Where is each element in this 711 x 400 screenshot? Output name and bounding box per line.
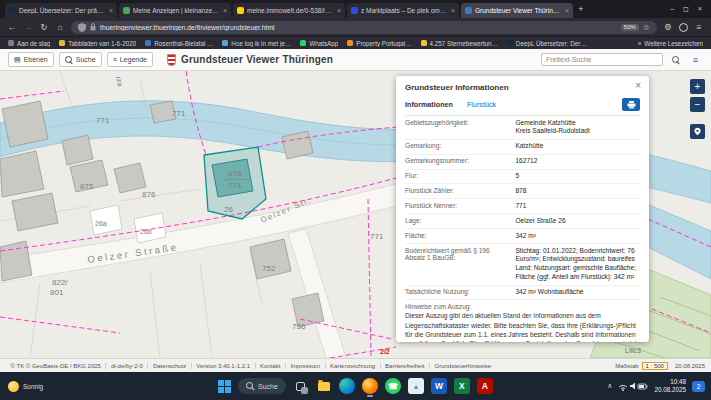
sun-icon (8, 381, 19, 392)
tab-immowelt[interactable]: meine.immowelt.de/0-538/imm… × (233, 3, 345, 18)
notification-badge[interactable]: 2 (692, 381, 705, 392)
tab-flurstueck[interactable]: Flurstück (467, 100, 496, 109)
system-tray: ∧ 10:48 20.08.2025 2 (607, 378, 705, 395)
shield-icon[interactable] (78, 23, 86, 32)
search-icon (246, 382, 254, 390)
bookmark-item[interactable]: 4.257 Sternebewertun… (421, 40, 498, 47)
bookmark-item[interactable]: Tabbladen van 1-6-2020 (59, 40, 136, 47)
network-volume-battery-icons[interactable] (618, 381, 648, 391)
panel-close-icon[interactable]: × (635, 80, 641, 91)
info-row: Lage:Oelzer Straße 26 (405, 214, 640, 229)
tab-close-icon[interactable]: × (223, 7, 227, 14)
kleinanzeigen-favicon (123, 7, 130, 14)
tab-close-icon[interactable]: × (565, 7, 569, 14)
extensions-icon[interactable]: ⚙ (663, 22, 673, 32)
taskbar-center: Suche ☎ ▲ W X A (218, 378, 493, 394)
task-view-icon[interactable] (293, 378, 309, 394)
map-corner-label: Lilic3 (625, 347, 641, 354)
kontakt-link[interactable]: Kontakt (256, 363, 286, 369)
impressum-link[interactable]: Impressum (286, 363, 326, 369)
barrierefreiheit-link[interactable]: Barrierefreiheit (381, 363, 430, 369)
zoom-out-button[interactable]: − (690, 97, 705, 112)
bookmark-favicon (421, 40, 427, 46)
bookmark-item[interactable]: Property Portugal… (347, 40, 411, 47)
profile-avatar[interactable] (679, 23, 688, 32)
bookmark-item[interactable]: Hoe log ik in met je… (222, 40, 291, 47)
hidden-icons-chevron[interactable]: ∧ (607, 382, 612, 390)
search-button[interactable]: Suche (59, 52, 102, 67)
map-label: 756 (292, 322, 306, 331)
tab-kleinanzeigen[interactable]: Meine Anzeigen | kleinanzeige… × (119, 3, 231, 18)
tab-close-icon[interactable]: × (109, 7, 113, 14)
grundsteuerhinweise-link[interactable]: Grundsteuerhinweise (430, 363, 496, 369)
acrobat-icon[interactable]: A (477, 378, 493, 394)
menu-icon[interactable]: ≡ (694, 22, 704, 32)
bookmark-item[interactable]: DeepL Übersetzer: Der… (507, 40, 587, 47)
taskbar-clock[interactable]: 10:48 20.08.2025 (654, 378, 686, 395)
map-controls: + − (690, 79, 705, 139)
window-controls: – ◻ × (670, 5, 707, 13)
legend-button[interactable]: ≡Legende (107, 52, 153, 67)
bookmark-item[interactable]: Rosenthal-Bielatal … (145, 40, 213, 47)
excel-icon[interactable]: X (454, 378, 470, 394)
firefox-icon[interactable] (362, 378, 378, 394)
header-search-icon[interactable] (668, 52, 683, 67)
page-zoom-indicator[interactable]: 50% (621, 24, 639, 31)
photos-icon[interactable]: ▲ (408, 378, 424, 394)
tab-marktplaats[interactable]: z Marktplaats – De plek om nie… × (347, 3, 459, 18)
layers-button[interactable]: ▤Ebenen (8, 52, 54, 67)
header-menu-icon[interactable]: ≡ (688, 52, 703, 67)
printer-icon (627, 101, 636, 109)
map-red-label: 2/2 (380, 348, 390, 355)
edge-icon[interactable] (339, 378, 355, 394)
locate-button[interactable] (690, 124, 705, 139)
map-label: 771 (96, 116, 110, 125)
url-text[interactable]: thueringenviewer.thueringen.de/thviewer/… (100, 24, 617, 31)
hint-label: Hinweise zum Auszug: (405, 300, 640, 311)
bookmark-star-icon[interactable]: ☆ (643, 23, 650, 32)
map-label: 875 (80, 182, 94, 191)
maximize-button[interactable]: ◻ (683, 5, 689, 13)
forward-icon[interactable]: → (23, 22, 33, 32)
version-text: Version 3.40.1-1.2.1 (192, 363, 256, 369)
datenschutz-link[interactable]: Datenschutz (148, 363, 191, 369)
zoom-in-button[interactable]: + (690, 79, 705, 94)
home-icon[interactable]: ⌂ (55, 22, 65, 32)
minimize-button[interactable]: – (670, 5, 674, 13)
bookmark-item[interactable]: WhatsApp (300, 40, 338, 47)
start-button[interactable] (218, 380, 231, 393)
tab-deepl[interactable]: DeepL Übersetzer: Der präzise… × (5, 3, 117, 18)
kartenzeichnung-link[interactable]: Kartenzeichnung (326, 363, 381, 369)
layers-icon: ▤ (14, 56, 21, 64)
back-icon[interactable]: ← (7, 22, 17, 32)
license-link[interactable]: dl-de/by-2-0 (106, 363, 148, 369)
whatsapp-icon[interactable]: ☎ (385, 378, 401, 394)
chevron-right-icon: » (638, 40, 642, 47)
lock-icon (90, 23, 96, 31)
tab-grundsteuer-viewer[interactable]: Grundsteuer Viewer Thüringen × (461, 3, 573, 18)
weather-text: Sonnig (23, 383, 43, 390)
map-label: 771 (172, 109, 186, 118)
bookmark-item[interactable]: Aan de slag (8, 40, 50, 47)
weather-widget[interactable]: Sonnig (8, 381, 43, 392)
new-tab-button[interactable]: + (574, 4, 588, 14)
tab-title: Meine Anzeigen | kleinanzeige… (133, 7, 220, 14)
reload-icon[interactable]: ↻ (39, 22, 49, 32)
url-bar[interactable]: thueringenviewer.thueringen.de/thviewer/… (71, 21, 657, 34)
taskbar-search[interactable]: Suche (238, 378, 286, 394)
tab-close-icon[interactable]: × (451, 7, 455, 14)
scale-value-select[interactable]: 1 : 500 (642, 362, 668, 370)
more-bookmarks[interactable]: »Weitere Lesezeichen (638, 40, 703, 47)
tab-informationen[interactable]: Informationen (405, 100, 453, 109)
tab-close-icon[interactable]: × (337, 7, 341, 14)
tab-title: meine.immowelt.de/0-538/imm… (247, 7, 334, 14)
close-button[interactable]: × (698, 5, 702, 13)
print-button[interactable] (622, 98, 640, 111)
marktplaats-favicon (351, 7, 358, 14)
map-viewport[interactable]: 771 771 875 876 26a 26b 878 771 26 822/ … (0, 71, 711, 358)
info-row: Gemarkungsnummer:162712 (405, 155, 640, 170)
freitext-search-input[interactable] (541, 53, 663, 66)
word-icon[interactable]: W (431, 378, 447, 394)
bookmark-favicon (8, 40, 14, 46)
file-explorer-icon[interactable] (316, 378, 332, 394)
